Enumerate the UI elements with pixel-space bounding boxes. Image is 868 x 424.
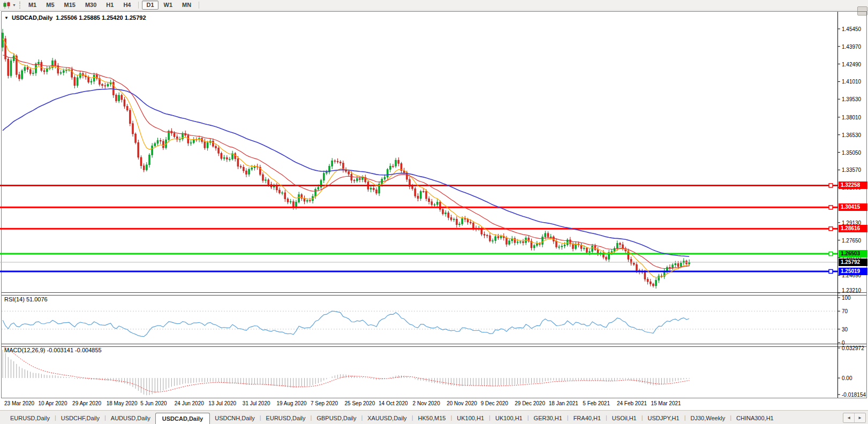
macd-tick-label: -0.018154	[842, 392, 866, 398]
chart-title-ohlc: 1.25506 1.25885 1.25420 1.25792	[56, 14, 146, 21]
date-tick-label: 9 Dec 2020	[481, 400, 508, 406]
toolbar-separator	[138, 2, 139, 9]
date-tick-label: 14 Oct 2020	[379, 400, 407, 406]
date-tick-label: 24 Jun 2020	[175, 400, 204, 406]
date-tick-label: 29 Apr 2020	[72, 400, 101, 406]
trading-terminal-window: ▼ M1M5M15M30H1H4D1W1MN ▼ USDCAD,Daily 1.…	[0, 0, 868, 424]
price-tick-label: 1.36530	[842, 132, 861, 138]
date-tick-label: 13 Jul 2020	[208, 400, 236, 406]
timeframe-button-m15[interactable]: M15	[60, 1, 80, 10]
macd-tick-label: 0.032972	[842, 345, 864, 351]
symbol-collapse-icon[interactable]: ▼	[4, 16, 9, 20]
date-tick-label: 18 Jan 2021	[549, 400, 578, 406]
chart-tab-usdjpy-14[interactable]: USDJPY,H1	[643, 413, 684, 424]
level-price-badge[interactable]: 1.26503	[839, 250, 867, 258]
timeframe-button-d1[interactable]: D1	[142, 1, 158, 10]
horizontal-level-lines[interactable]	[0, 184, 837, 274]
rsi-line	[3, 311, 689, 336]
price-tick-label: 1.33570	[842, 167, 861, 173]
level-price-badge[interactable]: 1.28616	[839, 225, 867, 232]
date-tick-label: 2 Nov 2020	[413, 400, 440, 406]
macd-tick-label: 0.00	[842, 375, 852, 381]
price-tick-label: 1.38010	[842, 114, 861, 120]
chart-tab-xauusd-7[interactable]: XAUUSD,Daily	[363, 413, 411, 424]
chart-tab-hk50-8[interactable]: HK50,M15	[413, 413, 450, 424]
chart-canvas[interactable]	[0, 0, 868, 424]
candlestick-series	[2, 29, 690, 289]
chart-tab-eurusd-5[interactable]: EURUSD,Daily	[261, 413, 311, 424]
date-tick-label: 18 May 2020	[107, 400, 138, 406]
date-tick-label: 5 Jun 2020	[140, 400, 167, 406]
date-tick-label: 25 Sep 2020	[345, 400, 375, 406]
toolbar-grip[interactable]	[19, 2, 20, 9]
price-tick-label: 1.27650	[842, 237, 861, 243]
rsi-indicator-label: RSI(14) 51.0076	[4, 296, 48, 302]
price-tick-label: 1.39530	[842, 96, 861, 102]
price-tick-label: 1.41010	[842, 79, 861, 85]
rsi-tick-label: 100	[842, 295, 851, 301]
macd-histogram	[3, 350, 689, 395]
date-tick-label: 10 Apr 2020	[39, 400, 67, 406]
chart-tab-usdcnh-4[interactable]: USDCNH,Daily	[210, 413, 260, 424]
timeframe-button-h1[interactable]: H1	[102, 1, 118, 10]
date-tick-label: 23 Mar 2020	[4, 400, 34, 406]
date-tick-label: 20 Nov 2020	[447, 400, 477, 406]
price-tick-label: 1.45450	[842, 26, 861, 32]
chart-tab-audusd-2[interactable]: AUDUSD,Daily	[106, 413, 155, 424]
timeframe-button-m30[interactable]: M30	[81, 1, 101, 10]
moving-average-fast	[3, 39, 689, 277]
price-tick-label: 1.23210	[842, 287, 861, 293]
chart-tab-usdcad-3[interactable]: USDCAD,Daily	[155, 413, 210, 424]
chart-tab-uk100-9[interactable]: UK100,H1	[452, 413, 489, 424]
price-tick-label: 1.43970	[842, 43, 861, 49]
timeframe-button-w1[interactable]: W1	[160, 1, 177, 10]
date-tick-label: 15 Mar 2021	[651, 400, 681, 406]
timeframe-button-m5[interactable]: M5	[42, 1, 58, 10]
moving-average-mid	[3, 55, 689, 269]
level-price-badge[interactable]: 1.32258	[839, 181, 867, 189]
timeframe-button-m1[interactable]: M1	[24, 1, 41, 10]
date-tick-label: 19 Aug 2020	[276, 400, 306, 406]
rsi-tick-label: 30	[842, 326, 848, 332]
chart-tab-eurusd-0[interactable]: EURUSD,Daily	[5, 413, 55, 424]
current-price-badge: 1.25792	[839, 259, 867, 266]
chart-tab-uk100-10[interactable]: UK100,H1	[490, 413, 527, 424]
chart-tab-ger30-11[interactable]: GER30,H1	[529, 413, 567, 424]
chart-tab-usdchf-1[interactable]: USDCHF,Daily	[56, 413, 104, 424]
timeframe-button-mn[interactable]: MN	[178, 1, 195, 10]
level-price-badge[interactable]: 1.30415	[839, 203, 867, 211]
chart-tab-china300-16[interactable]: CHINA300,H1	[731, 413, 779, 424]
chart-title-symbol: USDCAD,Daily	[12, 14, 52, 21]
chart-tabs-bar: EURUSD,Daily|USDCHF,Daily|AUDUSD,DailyUS…	[0, 410, 868, 424]
date-tick-label: 24 Feb 2021	[617, 400, 647, 406]
chart-tab-dj30-15[interactable]: DJ30,Weekly	[686, 413, 730, 424]
chart-type-dropdown-icon[interactable]: ▼	[12, 3, 16, 7]
price-tick-label: 1.42490	[842, 61, 861, 67]
price-tick-label: 1.35050	[842, 149, 861, 155]
chart-tab-fra40-12[interactable]: FRA40,H1	[569, 413, 606, 424]
price-axis[interactable]: 1.454501.439701.424901.410101.395301.380…	[837, 11, 868, 398]
time-axis[interactable]: 23 Mar 202010 Apr 202029 Apr 202018 May …	[0, 398, 837, 410]
timeframe-toolbar: ▼ M1M5M15M30H1H4D1W1MN	[0, 0, 868, 11]
macd-signal-line	[3, 346, 689, 392]
date-tick-label: 29 Dec 2020	[515, 400, 545, 406]
date-tick-label: 5 Feb 2021	[583, 400, 610, 406]
date-tick-label: 7 Sep 2020	[311, 400, 338, 406]
level-price-badge[interactable]: 1.25019	[839, 268, 867, 275]
macd-indicator-label: MACD(12,26,9) -0.003141 -0.004855	[4, 347, 102, 353]
toolbar-separator	[199, 2, 199, 9]
rsi-tick-label: 70	[842, 308, 848, 314]
chart-type-icon[interactable]	[3, 2, 11, 9]
chart-tab-usoil-13[interactable]: USOil,H1	[607, 413, 641, 424]
chart-title: ▼ USDCAD,Daily 1.25506 1.25885 1.25420 1…	[4, 14, 146, 21]
moving-average-slow	[3, 89, 689, 256]
tab-scroll-buttons: ◄ ►	[843, 413, 866, 423]
date-tick-label: 31 Jul 2020	[243, 400, 270, 406]
timeframe-button-h4[interactable]: H4	[119, 1, 135, 10]
chart-tab-gbpusd-6[interactable]: GBPUSD,Daily	[312, 413, 361, 424]
tab-scroll-right-icon[interactable]: ►	[855, 413, 865, 422]
tab-scroll-left-icon[interactable]: ◄	[843, 413, 855, 422]
